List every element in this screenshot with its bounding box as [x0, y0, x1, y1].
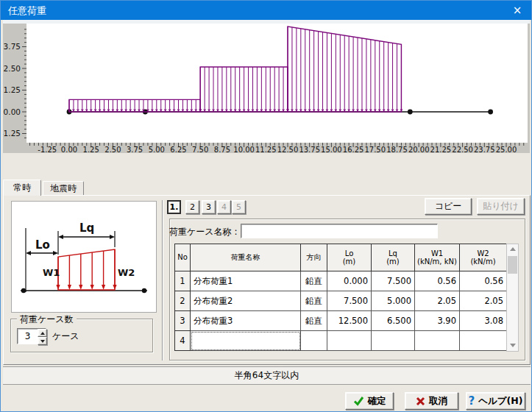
table-header-cell: Lq (m)	[372, 244, 415, 271]
tab-normal[interactable]: 常時	[3, 180, 41, 196]
scrollbar-thumb[interactable]	[508, 256, 517, 274]
table-cell-w2[interactable]	[460, 331, 507, 351]
svg-text:11.25: 11.25	[255, 146, 277, 153]
table-cell-name[interactable]	[191, 331, 301, 351]
svg-text:1.25: 1.25	[83, 146, 99, 153]
close-icon[interactable]: ×	[508, 2, 527, 18]
svg-text:0.00: 0.00	[4, 107, 21, 116]
dialog-arbitrary-load: 任意荷重 × 3.752.501.250.00-1.25-1.250.001.2…	[0, 0, 532, 412]
table-cell-lo[interactable]	[327, 331, 372, 351]
table-cell-dir[interactable]: 鉛直	[301, 271, 327, 291]
status-bar: 半角64文字以内	[3, 366, 531, 385]
table-cell-w1[interactable]	[415, 331, 460, 351]
spinner-up-button[interactable]	[38, 329, 47, 337]
x-icon	[416, 397, 425, 406]
table-cell-lo[interactable]: 7.500	[327, 291, 372, 311]
svg-text:12.50: 12.50	[277, 146, 299, 153]
table-row: 2分布荷重2鉛直7.5005.0002.052.05	[175, 291, 507, 311]
case-name-input[interactable]	[241, 224, 438, 238]
table-header-cell: W2 (kN/m)	[460, 244, 507, 271]
svg-text:3.75: 3.75	[4, 42, 21, 51]
table-header-cell: 方向	[301, 244, 327, 271]
table-cell-lq[interactable]	[372, 331, 415, 351]
svg-text:22.50: 22.50	[452, 146, 473, 153]
copy-button[interactable]: コピー	[425, 198, 472, 215]
status-text: 半角64文字以内	[235, 370, 299, 380]
table-row: 1分布荷重1鉛直0.0007.5000.560.56	[175, 271, 507, 291]
svg-text:15.00: 15.00	[321, 146, 342, 153]
legend-node-left	[21, 288, 26, 293]
table-cell-lo[interactable]: 0.000	[327, 271, 372, 291]
cancel-button-label: 取消	[429, 395, 447, 408]
table-header-cell: 荷重名称	[191, 244, 301, 271]
case-tab-2[interactable]: 2	[185, 200, 199, 214]
spinner-down-button[interactable]	[38, 337, 47, 345]
table-scrollbar[interactable]	[506, 244, 519, 352]
title-bar: 任意荷重 ×	[1, 1, 532, 20]
vertical-divider	[162, 200, 163, 360]
lo-arrow-right	[53, 251, 58, 255]
case-tab-1[interactable]: 1.	[167, 200, 181, 214]
table-cell-w2[interactable]: 3.08	[460, 311, 507, 331]
svg-text:1.25: 1.25	[4, 85, 21, 94]
svg-text:2.50: 2.50	[4, 64, 21, 73]
table-cell-w2[interactable]: 2.05	[460, 291, 507, 311]
case-count-unit-label: ケース	[52, 330, 79, 343]
table-cell-w1[interactable]: 3.90	[415, 311, 460, 331]
legend-label-lo: Lo	[35, 238, 50, 252]
load-legend-panel: Lo Lq W1 W2	[11, 201, 157, 313]
lo-arrow-left	[26, 251, 31, 255]
table-row: 4	[175, 331, 507, 351]
svg-text:18.75: 18.75	[386, 146, 408, 153]
table-cell-no: 2	[175, 291, 191, 311]
cancel-button[interactable]: 取消	[405, 392, 458, 410]
table-cell-lq[interactable]: 6.500	[372, 311, 415, 331]
legend-load-arrows	[56, 249, 116, 290]
svg-text:-1.25: -1.25	[3, 129, 21, 138]
ok-button-label: 確定	[368, 395, 386, 408]
legend-label-w1: W1	[43, 267, 60, 278]
table-cell-dir[interactable]	[301, 331, 327, 351]
table-cell-lq[interactable]: 7.500	[372, 271, 415, 291]
table-cell-dir[interactable]: 鉛直	[301, 291, 327, 311]
paste-button-label: 貼り付け	[483, 201, 519, 211]
help-button[interactable]: ? ヘルプ(H)	[466, 392, 525, 410]
svg-text:2.50: 2.50	[104, 146, 121, 153]
case-tab-3[interactable]: 3	[202, 200, 216, 214]
table-cell-w2[interactable]: 0.56	[460, 271, 507, 291]
load-table: No荷重名称方向Lo (m)Lq (m)W1 (kN/m, kN)W2 (kN/…	[174, 244, 507, 351]
svg-text:5.00: 5.00	[149, 146, 165, 153]
case-count-group: 荷重ケース数 3 ケース	[10, 319, 153, 352]
table-cell-no: 3	[175, 311, 191, 331]
table-cell-w1[interactable]: 0.56	[415, 271, 460, 291]
svg-text:16.25: 16.25	[343, 146, 364, 153]
table-cell-lo[interactable]: 12.500	[327, 311, 372, 331]
table-header-cell: W1 (kN/m, kN)	[415, 244, 460, 271]
ok-button[interactable]: 確定	[345, 392, 394, 410]
table-header-row: No荷重名称方向Lo (m)Lq (m)W1 (kN/m, kN)W2 (kN/…	[175, 244, 507, 271]
scroll-down-icon[interactable]	[508, 341, 517, 351]
table-header-cell: No	[175, 244, 191, 271]
case-count-value[interactable]: 3	[18, 329, 38, 345]
case-count-spinner: 3	[17, 328, 46, 344]
svg-text:13.75: 13.75	[299, 146, 320, 153]
load-legend-diagram: Lo Lq W1 W2	[12, 202, 156, 312]
svg-text:21.25: 21.25	[430, 146, 452, 153]
paste-button[interactable]: 貼り付け	[477, 198, 525, 215]
table-cell-no: 4	[175, 331, 191, 351]
table-cell-lq[interactable]: 5.000	[372, 291, 415, 311]
table-cell-name[interactable]: 分布荷重2	[191, 291, 301, 311]
svg-text:20.00: 20.00	[408, 146, 430, 153]
question-icon: ?	[469, 394, 475, 408]
tab-earthquake-label: 地震時	[50, 183, 77, 193]
spinner-up-icon	[40, 332, 45, 335]
tab-earthquake[interactable]: 地震時	[43, 181, 84, 196]
svg-text:-1.25: -1.25	[38, 146, 57, 153]
table-cell-name[interactable]: 分布荷重1	[191, 271, 301, 291]
table-cell-name[interactable]: 分布荷重3	[191, 311, 301, 331]
table-cell-dir[interactable]: 鉛直	[301, 311, 327, 331]
scroll-up-icon[interactable]	[508, 244, 517, 255]
legend-node-right	[142, 288, 146, 293]
svg-text:6.25: 6.25	[170, 146, 186, 153]
table-cell-w1[interactable]: 2.05	[415, 291, 460, 311]
